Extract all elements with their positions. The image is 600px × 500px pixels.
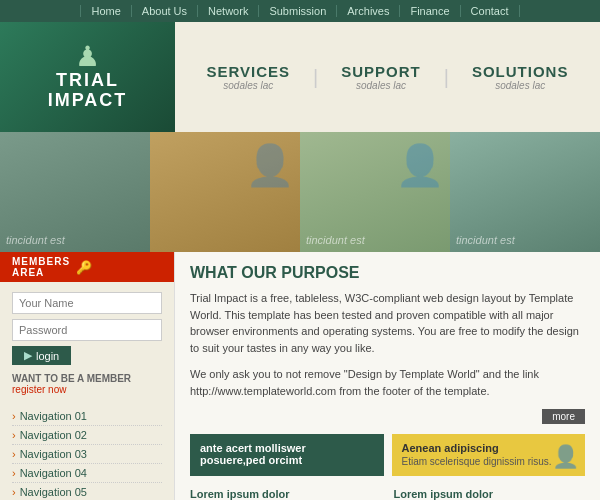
person-icon-2: 👤 bbox=[395, 142, 445, 189]
banner-section-4: tincidunt est bbox=[450, 132, 600, 252]
topnav-link-submission[interactable]: Submission bbox=[259, 5, 337, 17]
members-label: MEMBERSAREA bbox=[12, 256, 70, 278]
content-desc-1: Trial Impact is a free, tableless, W3C-c… bbox=[190, 290, 585, 356]
service-support: SUPPORT sodales lac bbox=[341, 63, 421, 91]
service-sub-1: sodales lac bbox=[206, 80, 290, 91]
logo-title: TRIALIMPACT bbox=[48, 71, 128, 111]
service-label-3: SOLUTIONS bbox=[472, 63, 569, 80]
username-input[interactable] bbox=[12, 292, 162, 314]
service-label-1: SERVICES bbox=[206, 63, 290, 80]
service-sub-2: sodales lac bbox=[341, 80, 421, 91]
logo-icon: ♟ bbox=[75, 43, 100, 71]
column-left: Lorem ipsum dolor ametpe,consectetuer ad… bbox=[190, 488, 382, 500]
header-services: SERVICES sodales lac | SUPPORT sodales l… bbox=[175, 22, 600, 132]
key-icon: 🔑 bbox=[76, 260, 92, 275]
column-right: Lorem ipsum dolor Mauris metus odio, acc… bbox=[394, 488, 586, 500]
header: ♟ TRIALIMPACT SERVICES sodales lac | SUP… bbox=[0, 22, 600, 132]
banner-text-1: tincidunt est bbox=[6, 234, 65, 246]
topnav-link-about-us[interactable]: About Us bbox=[132, 5, 198, 17]
highlight-row: ante acert molliswer posuere,ped orcimt … bbox=[190, 434, 585, 476]
content-desc-2: We only ask you to not remove "Design by… bbox=[190, 366, 585, 399]
service-divider-1: | bbox=[313, 66, 318, 89]
highlight-green-title: ante acert molliswer posuere,ped orcimt bbox=[200, 442, 374, 466]
sidebar-nav-item-2[interactable]: Navigation 02 bbox=[12, 426, 162, 445]
topnav-link-finance[interactable]: Finance bbox=[400, 5, 460, 17]
main-content: WHAT OUR PURPOSE Trial Impact is a free,… bbox=[175, 252, 600, 500]
main-layout: MEMBERSAREA 🔑 ▶ login WANT TO BE A MEMBE… bbox=[0, 252, 600, 500]
service-sub-3: sodales lac bbox=[472, 80, 569, 91]
service-services: SERVICES sodales lac bbox=[206, 63, 290, 91]
members-section: MEMBERSAREA 🔑 bbox=[0, 252, 174, 282]
person-icon-1: 👤 bbox=[245, 142, 295, 189]
banner-section-3: tincidunt est 👤 bbox=[300, 132, 450, 252]
top-navigation: HomeAbout UsNetworkSubmissionArchivesFin… bbox=[0, 0, 600, 22]
service-solutions: SOLUTIONS sodales lac bbox=[472, 63, 569, 91]
register-area: WANT TO BE A MEMBER register now bbox=[12, 373, 162, 395]
sidebar-nav-item-1[interactable]: Navigation 01 bbox=[12, 407, 162, 426]
banner-section-2: 👤 bbox=[150, 132, 300, 252]
col2-title-1: Lorem ipsum dolor bbox=[394, 488, 586, 500]
password-input[interactable] bbox=[12, 319, 162, 341]
content-title: WHAT OUR PURPOSE bbox=[190, 264, 585, 282]
more-link-top: more bbox=[190, 409, 585, 424]
topnav-link-contact[interactable]: Contact bbox=[461, 5, 520, 17]
banner-text-4: tincidunt est bbox=[456, 234, 515, 246]
topnav-link-home[interactable]: Home bbox=[80, 5, 131, 17]
logo-area: ♟ TRIALIMPACT bbox=[0, 22, 175, 132]
sidebar: MEMBERSAREA 🔑 ▶ login WANT TO BE A MEMBE… bbox=[0, 252, 175, 500]
topnav-link-network[interactable]: Network bbox=[198, 5, 259, 17]
sidebar-nav-item-4[interactable]: Navigation 04 bbox=[12, 464, 162, 483]
banner-figures: tincidunt est 👤 tincidunt est 👤 tincidun… bbox=[0, 132, 600, 252]
col1-title-1: Lorem ipsum dolor bbox=[190, 488, 382, 500]
more-button-top[interactable]: more bbox=[542, 409, 585, 424]
sidebar-nav-item-5[interactable]: Navigation 05 bbox=[12, 483, 162, 500]
banner-text-3: tincidunt est bbox=[306, 234, 365, 246]
register-link[interactable]: register now bbox=[12, 384, 66, 395]
highlight-yellow: Aenean adipiscing Etiam scelerisque dign… bbox=[392, 434, 586, 476]
login-button[interactable]: ▶ login bbox=[12, 346, 71, 365]
service-label-2: SUPPORT bbox=[341, 63, 421, 80]
service-divider-2: | bbox=[444, 66, 449, 89]
highlight-green: ante acert molliswer posuere,ped orcimt bbox=[190, 434, 384, 476]
highlight-yellow-title: Aenean adipiscing bbox=[402, 442, 576, 454]
banner: tincidunt est 👤 tincidunt est 👤 tincidun… bbox=[0, 132, 600, 252]
sidebar-nav-item-3[interactable]: Navigation 03 bbox=[12, 445, 162, 464]
banner-section-1: tincidunt est bbox=[0, 132, 150, 252]
sidebar-nav: Navigation 01Navigation 02Navigation 03N… bbox=[12, 407, 162, 500]
arrow-icon: ▶ bbox=[24, 349, 32, 362]
two-column-section: Lorem ipsum dolor ametpe,consectetuer ad… bbox=[190, 488, 585, 500]
figure-icon: 👤 bbox=[552, 444, 579, 470]
login-label: login bbox=[36, 350, 59, 362]
highlight-yellow-text: Etiam scelerisque dignissim risus. bbox=[402, 456, 576, 467]
topnav-link-archives[interactable]: Archives bbox=[337, 5, 400, 17]
want-member-text: WANT TO BE A MEMBER bbox=[12, 373, 131, 384]
